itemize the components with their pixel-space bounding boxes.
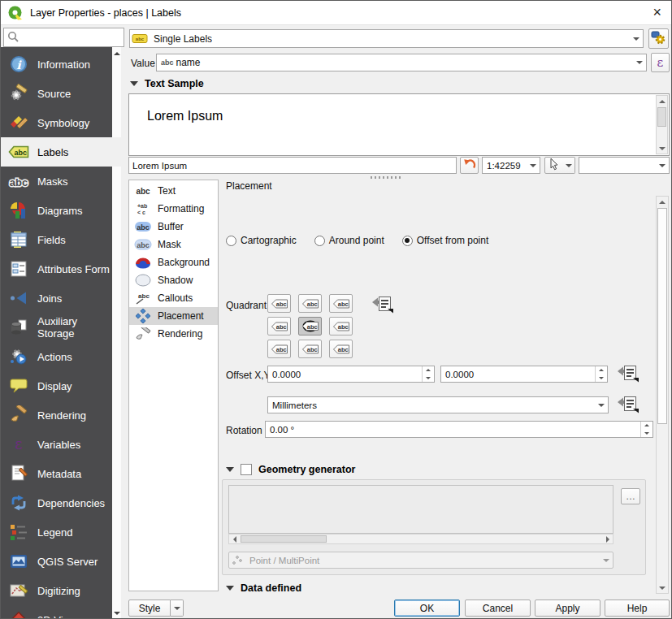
geometry-type-select[interactable]: Point / MultiPoint [228,552,613,569]
sidebar-item-label: Symbology [37,117,89,129]
scroll-down-icon[interactable] [657,143,667,154]
preview-scrollbar[interactable] [656,95,668,154]
radio-around-point[interactable]: Around point [314,235,384,246]
tab-text[interactable]: abcText [129,182,218,200]
offset-units-select[interactable]: Millimeters [267,396,609,413]
scroll-up-icon[interactable] [657,96,667,106]
spin-down-icon[interactable] [596,374,607,383]
sidebar-item-joins[interactable]: Joins [1,284,112,313]
sidebar-item-information[interactable]: iInformation [1,50,112,79]
sidebar-item-legend[interactable]: Legend [1,517,112,547]
tab-formatting[interactable]: +ab< cFormatting [129,200,218,218]
text-sample-section-header[interactable]: Text Sample [130,78,204,89]
sidebar-scroll-up-icon[interactable] [113,50,120,58]
label-mode-select[interactable]: abc Single Labels [129,29,644,48]
sidebar-item-masks[interactable]: abcMasks [1,167,112,196]
quadrant-cell-0[interactable]: abc [267,294,291,313]
geometry-generator-checkbox[interactable] [241,464,252,475]
sample-text-input[interactable]: Lorem Ipsum [128,157,457,174]
quadrant-cell-6[interactable]: abc [267,340,291,358]
tab-placement[interactable]: Placement [129,307,218,325]
chevron-down-icon[interactable] [630,30,643,47]
offset-data-defined-icon[interactable] [616,364,640,383]
map-settings-dropdown[interactable] [563,157,575,174]
scroll-left-icon[interactable] [229,535,240,543]
sidebar-item-labels[interactable]: abcLabels [1,137,121,167]
radio-cartographic[interactable]: Cartographic [226,235,297,246]
quadrant-cell-4[interactable]: abc [298,317,322,335]
scroll-right-icon[interactable] [602,535,613,543]
sidebar-item-attributes-form[interactable]: Attributes Form [1,254,112,284]
quadrant-cell-8[interactable]: abc [329,340,353,358]
sidebar-item-auxiliary-storage[interactable]: Auxiliary Storage [1,313,112,342]
rotation-spinner[interactable]: 0.00 ° [265,421,653,438]
sidebar-item-display[interactable]: Display [1,371,112,400]
sidebar-item-3d-view[interactable]: 3D View [1,605,112,619]
sidebar-item-dependencies[interactable]: Dependencies [1,488,112,517]
geometry-generator-header[interactable]: Geometry generator [226,464,355,475]
sidebar-item-source[interactable]: Source [1,79,112,108]
expression-builder-button[interactable]: ε [651,53,670,72]
quadrant-cell-2[interactable]: abc [329,294,353,313]
quadrant-cell-3[interactable]: abc [267,317,291,335]
sidebar-scroll-down-icon[interactable] [113,609,120,617]
geometry-h-scrollbar[interactable] [228,534,613,544]
quadrant-cell-5[interactable]: abc [329,317,353,335]
spin-up-icon[interactable] [423,366,434,374]
geometry-expression-textarea[interactable] [228,485,613,534]
quadrant-cell-1[interactable]: abc [298,294,322,313]
sidebar-item-digitizing[interactable]: Digitizing [1,576,112,605]
svg-text:abc: abc [275,323,286,331]
tab-rendering[interactable]: Rendering [129,325,218,343]
spin-up-icon[interactable] [596,366,607,374]
chevron-down-icon[interactable] [595,397,608,413]
cancel-button[interactable]: Cancel [465,600,531,617]
chevron-down-icon[interactable] [633,54,646,71]
tab-background[interactable]: Background [129,253,218,271]
chevron-down-icon[interactable] [656,158,669,173]
auto-placement-settings-button[interactable] [648,28,669,49]
radio-offset-from-point[interactable]: Offset from point [402,235,488,246]
scroll-down-icon[interactable] [657,582,668,593]
sidebar-item-metadata[interactable]: Metadata [1,459,112,488]
ok-button[interactable]: OK [394,600,460,617]
offset-y-spinner[interactable]: 0.0000 [440,366,608,383]
style-button[interactable]: Style [128,600,171,617]
sidebar-item-label: Auxiliary Storage [37,315,112,340]
quadrant-data-defined-icon[interactable] [371,295,395,314]
preview-scale-select[interactable]: 1:42259 [482,157,540,174]
chevron-down-icon[interactable] [527,158,540,173]
sidebar-item-diagrams[interactable]: Diagrams [1,196,112,225]
reset-sample-button[interactable] [460,157,479,174]
tab-shadow[interactable]: Shadow [129,271,218,289]
spin-up-icon[interactable] [641,422,652,430]
apply-button[interactable]: Apply [535,600,600,617]
quadrant-cell-7[interactable]: abc [298,340,322,358]
preview-background-select[interactable] [579,157,670,174]
spin-down-icon[interactable] [641,430,652,438]
sidebar-item-symbology[interactable]: Symbology [1,108,112,137]
help-button[interactable]: Help [605,600,670,617]
splitter-handle[interactable] [371,176,403,179]
tab-mask[interactable]: abcMask [129,236,218,253]
expression-dialog-button[interactable]: … [621,488,640,504]
value-field-select[interactable]: abc name [156,54,647,71]
sidebar-item-fields[interactable]: Fields [1,225,112,254]
sidebar-item-actions[interactable]: Actions [1,342,112,371]
sidebar-item-qgis-server[interactable]: QGIS Server [1,547,112,576]
style-dropdown[interactable] [171,600,184,617]
close-icon[interactable]: × [652,4,661,20]
offset-x-spinner[interactable]: 0.0000 [267,366,435,383]
map-settings-button[interactable] [544,157,564,174]
tab-callouts[interactable]: abcCallouts [129,289,218,307]
sidebar-item-rendering[interactable]: Rendering [1,400,112,430]
spin-down-icon[interactable] [423,374,434,383]
scroll-up-icon[interactable] [657,197,668,207]
placement-scrollbar[interactable] [656,196,669,594]
sidebar-item-variables[interactable]: εVariables [1,430,112,459]
units-data-defined-icon[interactable] [616,395,640,414]
search-input[interactable] [3,28,124,47]
chevron-down-icon[interactable] [600,552,613,568]
data-defined-header[interactable]: Data defined [226,582,301,594]
tab-buffer[interactable]: abcBuffer [129,218,218,236]
